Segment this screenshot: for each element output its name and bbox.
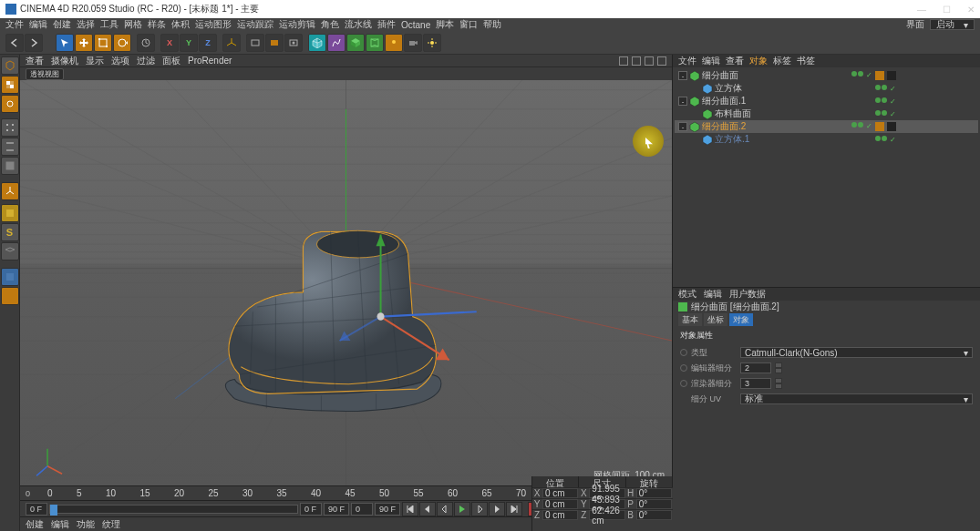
uv-dropdown[interactable]: 标准▾ — [740, 393, 973, 404]
coord-z-size[interactable]: 62.426 cm — [589, 510, 624, 520]
coord-z-pos[interactable]: 0 cm — [542, 510, 578, 520]
coord-y-pos[interactable]: 0 cm — [542, 499, 578, 509]
next-key-button[interactable] — [489, 502, 505, 516]
expand-icon[interactable]: - — [678, 97, 687, 106]
vp-menu-面板[interactable]: 面板 — [162, 56, 181, 66]
object-row-细分曲面.1[interactable]: -细分曲面.1✓ — [675, 95, 978, 107]
coord-tab-rot[interactable]: 旋转 — [626, 476, 673, 487]
frame-a-input[interactable]: 0 — [351, 503, 373, 516]
object-row-布料曲面[interactable]: 布料曲面✓ — [675, 107, 978, 120]
next-frame-button[interactable] — [471, 502, 488, 516]
undo-button[interactable] — [5, 34, 24, 52]
om-tab-标签[interactable]: 标签 — [773, 55, 791, 67]
attr-subtab-基本[interactable]: 基本 — [678, 313, 702, 326]
mat-tab-编辑[interactable]: 编辑 — [51, 518, 69, 531]
expand-icon[interactable]: - — [678, 122, 687, 131]
frame-cur-input[interactable]: 0 F — [300, 503, 322, 516]
om-tab-书签[interactable]: 书签 — [797, 55, 815, 67]
om-tab-文件[interactable]: 文件 — [678, 55, 696, 67]
object-row-细分曲面.2[interactable]: -细分曲面.2✓ — [675, 120, 978, 133]
viewport[interactable]: 网格间距 100 cm — [20, 80, 672, 485]
light-button[interactable] — [423, 34, 441, 52]
enable-axis-button[interactable] — [1, 182, 19, 200]
object-manager-tree[interactable]: -细分曲面✓立方体✓-细分曲面.1✓布料曲面✓-细分曲面.2✓立方体.1✓ — [673, 67, 980, 287]
coord-p[interactable]: 0° — [636, 499, 672, 509]
prev-key-button[interactable] — [419, 502, 436, 516]
mat-mode2-button[interactable] — [1, 287, 19, 305]
menu-窗口[interactable]: 窗口 — [459, 18, 478, 31]
axis-y-button[interactable]: Y — [180, 34, 198, 52]
attr-tab-模式[interactable]: 模式 — [678, 288, 696, 301]
menu-运动图形[interactable]: 运动图形 — [195, 18, 232, 31]
model-mode-button[interactable] — [1, 56, 19, 75]
mat-tab-创建[interactable]: 创建 — [26, 518, 44, 531]
render-pv-button[interactable] — [265, 34, 284, 52]
menu-插件[interactable]: 插件 — [377, 18, 396, 31]
coord-h[interactable]: 0° — [636, 488, 672, 498]
menu-运动跟踪[interactable]: 运动跟踪 — [237, 18, 273, 31]
om-tab-查看[interactable]: 查看 — [726, 55, 744, 67]
menu-Octane[interactable]: Octane — [401, 20, 430, 30]
menu-工具[interactable]: 工具 — [100, 18, 119, 31]
tag-icon[interactable] — [887, 71, 896, 80]
point-mode-button[interactable] — [1, 118, 19, 137]
editor-subdiv-spinner[interactable] — [775, 363, 782, 373]
tag-icon[interactable] — [887, 122, 896, 131]
render-view-button[interactable] — [246, 34, 264, 52]
om-tab-编辑[interactable]: 编辑 — [702, 55, 720, 67]
menu-编辑[interactable]: 编辑 — [29, 18, 47, 31]
generator-button[interactable] — [346, 34, 365, 52]
rotate-tool[interactable] — [113, 34, 131, 52]
menu-角色[interactable]: 角色 — [321, 18, 339, 31]
menu-网格[interactable]: 网格 — [124, 18, 142, 31]
object-row-立方体.1[interactable]: 立方体.1✓ — [675, 133, 978, 146]
vp-layout-icon[interactable] — [619, 56, 628, 66]
prev-frame-button[interactable] — [437, 502, 453, 516]
axis-z-button[interactable]: Z — [199, 34, 217, 52]
camera-button[interactable] — [404, 34, 422, 52]
menu-样条[interactable]: 样条 — [148, 18, 166, 31]
minimize-button[interactable]: — — [917, 5, 926, 15]
attr-subtab-对象[interactable]: 对象 — [729, 313, 753, 326]
mat-tab-功能[interactable]: 功能 — [77, 518, 95, 531]
render-settings-button[interactable] — [284, 34, 303, 52]
menu-流水线[interactable]: 流水线 — [345, 18, 372, 31]
mat-mode-button[interactable] — [1, 268, 19, 286]
editor-subdiv-input[interactable]: 2 — [740, 363, 771, 373]
coord-tab-pos[interactable]: 位置 — [532, 476, 579, 487]
mat-tab-纹理[interactable]: 纹理 — [102, 518, 120, 531]
cube-primitive-button[interactable] — [308, 34, 326, 52]
environment-button[interactable] — [385, 34, 403, 52]
attr-subtab-坐标[interactable]: 坐标 — [704, 313, 727, 326]
om-tab-对象[interactable]: 对象 — [749, 55, 768, 67]
vp-menu-选项[interactable]: 选项 — [111, 56, 129, 66]
vp-menu-ProRender[interactable]: ProRender — [188, 56, 232, 66]
scale-tool[interactable] — [94, 34, 112, 52]
vp-menu-显示[interactable]: 显示 — [86, 56, 104, 66]
render-subdiv-spinner[interactable] — [775, 378, 782, 389]
spline-button[interactable] — [327, 34, 346, 52]
coord-x-pos[interactable]: 0 cm — [542, 488, 578, 498]
frame-b-input[interactable]: 90 F — [375, 503, 400, 516]
maximize-button[interactable]: ☐ — [943, 5, 951, 15]
texture-mode-button[interactable] — [1, 76, 19, 94]
goto-end-button[interactable] — [506, 502, 522, 516]
vp-layout3-icon[interactable] — [645, 56, 654, 66]
vp-menu-查看[interactable]: 查看 — [26, 56, 44, 66]
attr-tab-编辑[interactable]: 编辑 — [704, 288, 722, 301]
menu-体积[interactable]: 体积 — [171, 18, 190, 31]
menu-创建[interactable]: 创建 — [53, 18, 71, 31]
frame-start-input[interactable]: 0 F — [26, 503, 47, 516]
tag-icon[interactable] — [875, 71, 884, 80]
close-button[interactable]: ✕ — [967, 5, 975, 15]
move-tool[interactable] — [75, 34, 93, 52]
menu-文件[interactable]: 文件 — [5, 18, 24, 31]
goto-start-button[interactable] — [402, 502, 418, 516]
recent-tool[interactable] — [137, 34, 155, 52]
redo-button[interactable] — [25, 34, 43, 52]
menu-运动剪辑[interactable]: 运动剪辑 — [279, 18, 315, 31]
expand-icon[interactable]: - — [678, 71, 687, 80]
menu-选择[interactable]: 选择 — [77, 18, 95, 31]
vp-layout4-icon[interactable] — [657, 56, 666, 66]
timeline-scrubber[interactable] — [49, 505, 298, 514]
